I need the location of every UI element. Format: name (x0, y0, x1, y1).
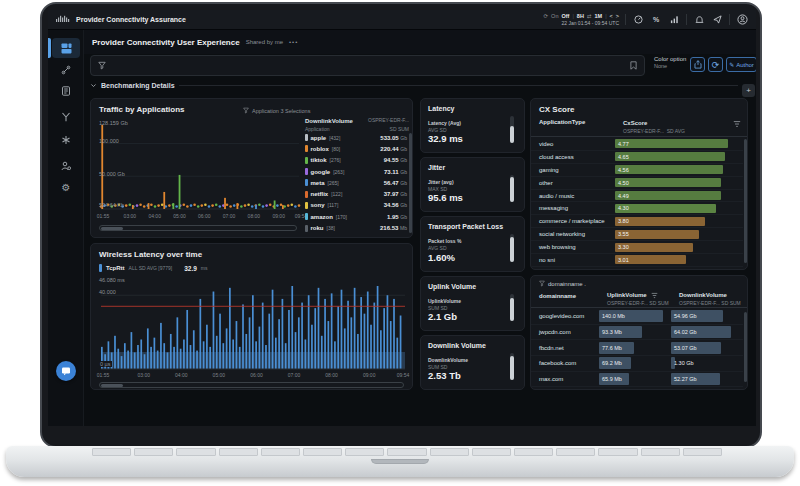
gauge-icon[interactable] (632, 13, 644, 25)
app-value: 73.11 Gb (384, 169, 407, 175)
auto-refresh-icon[interactable]: ⟳ (544, 13, 549, 20)
domain-name-cell: facebook.com (531, 360, 599, 366)
horizontal-scrollbar[interactable] (99, 225, 297, 231)
series-legend[interactable]: TcpRtt ALL SD AVG [9779] 32.9 ms (99, 264, 208, 272)
range-1m-button[interactable]: 1M (594, 13, 602, 20)
y-axis-min-label: 0 µs (99, 361, 112, 367)
range-8h-button[interactable]: 8H (577, 13, 584, 20)
live-off-toggle[interactable]: Off (561, 13, 569, 20)
refresh-button[interactable]: ⟳ (708, 57, 723, 72)
app-color-chip (305, 213, 308, 220)
date-range-label: 22 Jan 01:54 - 09:54 UTC (561, 20, 619, 27)
live-on-toggle[interactable]: On (551, 13, 558, 20)
series-unit: ms (201, 265, 208, 271)
downlink-bar: 1.30 Gb (671, 357, 675, 369)
legend-row[interactable]: roblox[80]220.44 Gb (305, 143, 407, 154)
wireless-latency-panel: Wireless Latency over time TcpRtt ALL SD… (90, 243, 413, 390)
author-button[interactable]: ✎ Author (726, 57, 756, 72)
paper-plane-icon[interactable] (711, 13, 723, 25)
traffic-chart-area[interactable] (97, 117, 303, 217)
legend-row[interactable]: sony[117]34.56 Gb (305, 200, 407, 211)
chat-help-button[interactable] (56, 361, 76, 381)
table-row[interactable]: facebook.com69.2 Mb1.30 Gb (531, 356, 743, 372)
cx-category-label: audio / music (531, 193, 615, 199)
application-filter-chip[interactable]: Application 3 Selections (243, 107, 310, 114)
sidebar-item-dashboards[interactable] (52, 38, 80, 58)
cx-score-row[interactable]: gaming4.56 (531, 164, 743, 177)
keyboard-key (261, 448, 300, 456)
x-tick-label: 09:54 (397, 372, 410, 378)
legend-row[interactable]: tiktok[276]94.55 Gb (305, 155, 407, 166)
domainname-filter-chip[interactable]: domainname . (539, 280, 586, 287)
app-count: [432] (329, 135, 340, 141)
cx-score-row[interactable]: web browsing3.30 (531, 241, 743, 254)
cx-score-row[interactable]: no sni3.01 (531, 254, 743, 267)
keyboard-key (303, 448, 342, 456)
sidebar-item-reports[interactable] (52, 81, 80, 101)
table-row[interactable]: googlevideo.com140.0 Mb54.96 Gb (531, 309, 743, 325)
downlink-bar: 64.02 Gb (671, 326, 731, 338)
table-row[interactable]: fbcdn.net77.6 Mb53.07 Gb (531, 340, 743, 356)
cx-score-row[interactable]: audio / music4.49 (531, 190, 743, 203)
column-header-cxscore[interactable]: CxScore OSPREY-EDR-F... SD AVG (623, 119, 685, 136)
x-tick-label: 01:55 (97, 372, 110, 378)
color-option-control[interactable]: Color option None (654, 55, 686, 71)
chevron-down-icon[interactable] (90, 82, 97, 89)
y-axis-label: 50.000 Gb (99, 171, 125, 177)
legend-row[interactable]: roku[38]216.53 Mb (305, 222, 407, 233)
wireless-chart-area[interactable] (97, 280, 408, 375)
legend-row[interactable]: netflix[122]37.97 Gb (305, 188, 407, 199)
time-next-button[interactable]: > (616, 13, 619, 20)
horizontal-scrollbar[interactable] (99, 382, 404, 388)
user-gear-icon (61, 161, 71, 171)
legend-row[interactable]: meta[265]56.47 Gb (305, 177, 407, 188)
cx-score-row[interactable]: cloud access4.65 (531, 151, 743, 164)
sidebar-item-topology[interactable] (52, 60, 80, 80)
bell-icon[interactable] (693, 13, 705, 25)
app-name: netflix (311, 191, 329, 197)
uplink-cell: 69.2 Mb (599, 357, 671, 369)
cx-score-row[interactable]: messaging4.30 (531, 202, 743, 215)
sidebar-item-user-admin[interactable] (52, 156, 80, 176)
table-row[interactable]: jwpcdn.com93.3 Mb64.02 Gb (531, 325, 743, 341)
cx-score-row[interactable]: social networking3.55 (531, 228, 743, 241)
column-header-downlink[interactable]: DownlinkVolume OSPREY-EDR-F... SD SUM (679, 291, 741, 308)
app-color-chip (305, 191, 308, 198)
bar-chart-icon[interactable] (668, 13, 680, 25)
bookmark-icon[interactable] (630, 61, 637, 70)
app-value: 216.53 Mb (380, 225, 407, 231)
account-icon[interactable] (736, 13, 748, 25)
filter-bar[interactable] (90, 55, 645, 76)
legend-row[interactable]: apple[432]533.05 Gb (305, 132, 407, 143)
sidebar-item-analyze[interactable] (52, 130, 80, 150)
export-button[interactable] (690, 57, 705, 72)
cx-score-row[interactable]: commerce / marketplace3.80 (531, 215, 743, 228)
percent-icon[interactable]: % (650, 13, 662, 25)
app-count: [80] (332, 146, 340, 152)
app-color-chip (305, 202, 308, 209)
column-header-domainname[interactable]: domainname (539, 293, 576, 299)
vertical-scrollbar[interactable] (409, 133, 412, 233)
sidebar-item-flows[interactable] (52, 107, 80, 127)
y-axis-min-label: 524.64 Kb (99, 202, 124, 208)
add-widget-button[interactable]: + (742, 84, 755, 97)
app-color-chip (305, 145, 308, 152)
vertical-scrollbar[interactable] (744, 139, 747, 263)
vertical-scrollbar[interactable] (744, 312, 747, 382)
dashboard-icon (61, 43, 72, 54)
column-header-applicationtype[interactable]: ApplicationType (539, 119, 585, 125)
domain-table-rows: googlevideo.com140.0 Mb54.96 Gbjwpcdn.co… (531, 309, 743, 390)
column-header-uplink[interactable]: UplinkVolume OSPREY-EDR-F... SD SUM (607, 291, 669, 308)
kpi-value: 2.53 Tb (428, 370, 461, 381)
cx-score-row[interactable]: video4.77 (531, 138, 743, 151)
sidebar-item-settings[interactable]: ⚙ (52, 177, 80, 197)
cx-score-row[interactable]: other4.50 (531, 177, 743, 190)
sort-icon[interactable] (733, 120, 741, 128)
app-value: 1.95 Gb (387, 214, 407, 220)
legend-row[interactable]: google[263]73.11 Gb (305, 166, 407, 177)
legend-row[interactable]: amazon[170]1.95 Gb (305, 211, 407, 222)
uplink-bar: 69.2 Mb (599, 357, 631, 369)
app-value: 533.05 Gb (380, 135, 407, 141)
time-prev-button[interactable]: < (610, 13, 613, 20)
table-row[interactable]: max.com65.9 Mb52.27 Gb (531, 372, 743, 388)
